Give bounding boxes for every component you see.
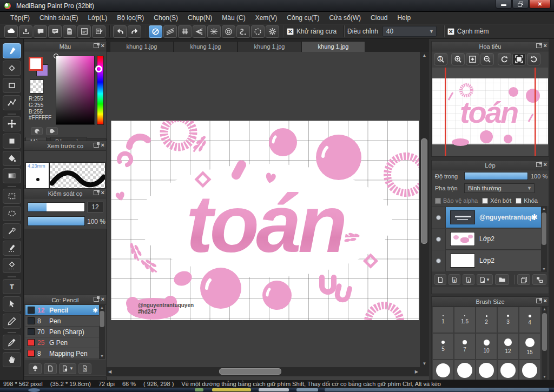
close-icon[interactable]: × <box>544 43 547 49</box>
lock-checkbox[interactable] <box>516 198 522 204</box>
scroll-up-icon[interactable]: ▲ <box>99 305 105 310</box>
document-tab-1[interactable]: khung 1.jpg <box>110 41 174 52</box>
duplicate-layer-button[interactable] <box>517 274 530 285</box>
blend-dropdown[interactable]: Bình thường ▼ <box>464 183 535 193</box>
alpha-protect-checkbox[interactable] <box>435 198 441 204</box>
taskbar-item[interactable] <box>325 388 549 391</box>
brush-size-header[interactable]: Brush Size × <box>432 297 549 307</box>
canvas-viewport[interactable]: toán @nguyentrantuquyen #hd247 <box>107 52 420 367</box>
rotate-ccw-button[interactable] <box>498 53 511 65</box>
brush-size-cell[interactable]: 10 <box>476 333 497 360</box>
snap-settings-button[interactable] <box>266 25 279 38</box>
comment-button[interactable] <box>34 25 47 38</box>
select-rect-tool[interactable] <box>3 189 21 204</box>
color-set-button[interactable] <box>46 127 58 135</box>
scroll-thumb[interactable] <box>100 311 104 327</box>
menu-capture[interactable]: Chụp(N) <box>183 12 217 24</box>
snap-curve-button[interactable] <box>236 25 250 38</box>
antialias-checkbox[interactable]: ✕ <box>287 28 294 35</box>
add-8bit-layer-button[interactable]: 8 <box>449 274 460 285</box>
brush-size-cell[interactable]: 4 <box>519 307 540 333</box>
brush-size-cell[interactable]: 1 <box>432 307 454 333</box>
select-eraser-tool[interactable] <box>3 258 21 273</box>
transparent-swatch[interactable] <box>30 79 44 94</box>
brush-row-pen[interactable]: 8 Pen <box>25 316 100 327</box>
brush-size-cell[interactable]: 3 <box>497 307 519 333</box>
menu-cloud[interactable]: Cloud <box>366 12 392 24</box>
hue-marker-icon[interactable] <box>95 65 102 72</box>
scroll-down-icon[interactable]: ▼ <box>99 354 105 359</box>
add-special-layer-button[interactable]: ▼ <box>477 274 493 285</box>
taskbar-item[interactable] <box>195 388 203 391</box>
snap-radial-button[interactable] <box>207 25 221 38</box>
close-icon[interactable]: × <box>544 162 547 168</box>
brush-row-pen-sharp[interactable]: 70 Pen (Sharp) <box>25 327 100 337</box>
menu-edit[interactable]: Chỉnh sửa(E) <box>35 12 83 24</box>
scroll-down-icon[interactable]: ▼ <box>542 374 548 380</box>
layers-header[interactable]: Lớp × <box>432 161 549 170</box>
brush-list-header[interactable]: Cọ: Pencil × <box>24 295 106 305</box>
close-icon[interactable]: × <box>101 43 104 49</box>
document-tab-2[interactable]: khung 1.jpg <box>174 41 238 52</box>
document-tab-4-active[interactable]: khung 1.jpg <box>301 41 365 52</box>
menu-color[interactable]: Màu (C) <box>217 12 250 24</box>
brush-size-cell[interactable] <box>432 360 454 380</box>
restore-button[interactable] <box>512 0 529 9</box>
scroll-down-icon[interactable]: ▼ <box>541 267 547 272</box>
scroll-up-icon[interactable]: ▲ <box>420 53 429 58</box>
menu-tools[interactable]: Công cụ(T) <box>282 12 324 24</box>
brush-size-cell[interactable]: 12 <box>497 333 519 360</box>
script-brush-button[interactable]: S <box>78 363 91 374</box>
brush-size-slider[interactable] <box>28 202 85 212</box>
undo-button[interactable] <box>113 25 127 38</box>
layer-visibility[interactable] <box>432 229 446 250</box>
gear-icon[interactable]: ✱ <box>93 307 98 314</box>
snap-parallel-button[interactable] <box>163 25 177 38</box>
saturation-value-box[interactable] <box>56 56 95 125</box>
snap-grid-button[interactable] <box>178 25 192 38</box>
add-1bit-layer-button[interactable]: 1 <box>463 274 474 285</box>
popout-icon[interactable] <box>94 43 99 48</box>
menu-file[interactable]: Tệp(F) <box>5 12 35 24</box>
sv-marker-icon[interactable] <box>54 54 58 58</box>
windows-taskbar[interactable] <box>0 388 554 392</box>
navigator-preview[interactable]: toán <box>432 68 548 156</box>
add-layer-button[interactable] <box>434 274 446 285</box>
polyline-tool[interactable] <box>3 95 21 110</box>
soft-edge-checkbox[interactable]: ✕ <box>447 28 454 35</box>
brush-row-gpen[interactable]: 25 G Pen <box>25 337 100 348</box>
layer-visibility[interactable] <box>432 250 446 271</box>
popout-icon[interactable] <box>536 43 542 48</box>
cloud-button[interactable] <box>4 25 18 38</box>
eraser-tool[interactable] <box>3 61 21 76</box>
snap-ellipse-button[interactable] <box>251 25 265 38</box>
brush-list-scrollbar[interactable]: ▲ ▼ <box>99 305 105 359</box>
reset-view-button[interactable] <box>512 53 526 65</box>
minimize-button[interactable] <box>496 0 512 9</box>
popout-icon[interactable] <box>536 298 542 303</box>
menu-view[interactable]: Xem(V) <box>250 12 282 24</box>
artwork-canvas[interactable]: toán @nguyentrantuquyen #hd247 <box>111 121 419 320</box>
message-button[interactable] <box>48 25 62 38</box>
scroll-up-icon[interactable]: ▲ <box>542 307 548 312</box>
snap-circle-button[interactable] <box>222 25 235 38</box>
foreground-color-swatch[interactable] <box>29 57 43 71</box>
menu-help[interactable]: Help <box>392 12 416 24</box>
menu-window[interactable]: Cửa sổ(W) <box>324 12 366 24</box>
brush-preview-header[interactable]: Xem trước cọ × <box>24 141 106 151</box>
taskbar-item[interactable] <box>296 388 318 391</box>
clipping-checkbox[interactable] <box>482 198 488 204</box>
menu-filter[interactable]: Bộ lọc(R) <box>112 12 149 24</box>
scroll-thumb[interactable] <box>219 368 281 375</box>
cloud-brush-button[interactable] <box>29 363 42 374</box>
color-panel-header[interactable]: Màu × <box>24 42 106 51</box>
new-brush-button[interactable] <box>44 363 57 374</box>
duplicate-brush-button[interactable]: ▼ <box>59 363 76 374</box>
snap-vanish-button[interactable] <box>193 25 206 38</box>
opacity-slider[interactable] <box>464 172 528 180</box>
close-icon[interactable]: × <box>101 142 104 148</box>
scroll-up-icon[interactable]: ▲ <box>541 206 547 211</box>
layer-row-watermark[interactable]: @nguyentrantuqu ✱ <box>432 207 541 228</box>
fill-tool[interactable] <box>3 151 21 166</box>
document-button[interactable] <box>63 25 76 38</box>
